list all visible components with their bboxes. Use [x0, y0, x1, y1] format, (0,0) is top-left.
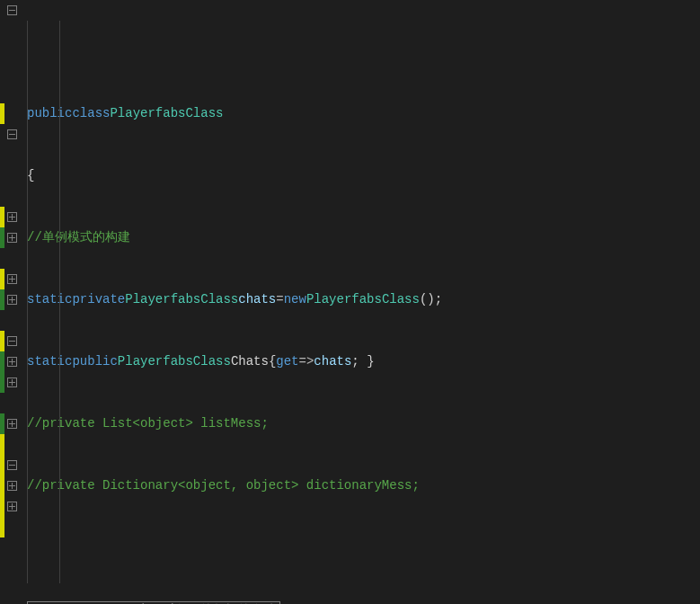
fold-summary3-icon[interactable] [7, 357, 17, 367]
fold-region1-icon[interactable] [7, 336, 17, 346]
code-line: //单例模式的构建 [27, 227, 700, 248]
code-editor[interactable]: public class PlayerfabsClass { //单例模式的构建… [23, 0, 700, 604]
code-line: public class PlayerfabsClass [27, 103, 700, 124]
editor-gutter [0, 0, 23, 604]
fold-summary1-icon[interactable] [7, 212, 17, 222]
fold-summary2-icon[interactable] [7, 274, 17, 284]
fold-class-icon[interactable] [7, 5, 17, 15]
code-line: { [27, 165, 700, 186]
fold-summary4-icon[interactable] [7, 481, 17, 491]
summary-collapsed[interactable]: /// <summary> 实现对象里的数据的存储 [27, 601, 280, 605]
fold-region2-icon[interactable] [7, 460, 17, 470]
blank-line [27, 537, 700, 558]
code-line: //private Dictionary<object, object> dic… [27, 475, 700, 496]
fold-method3-icon[interactable] [7, 378, 17, 387]
code-line: /// <summary> 实现对象里的数据的存储 [27, 600, 700, 604]
code-line: static public PlayerfabsClass Chats { ge… [27, 351, 700, 372]
fold-method2-icon[interactable] [7, 295, 17, 305]
code-line: static private PlayerfabsClass chats = n… [27, 289, 700, 310]
fold-icon[interactable] [7, 129, 17, 139]
code-line: //private List<object> listMess; [27, 413, 700, 434]
fold-method4-icon[interactable] [7, 419, 17, 429]
fold-method1-icon[interactable] [7, 233, 17, 243]
fold-method5-icon[interactable] [7, 502, 17, 511]
